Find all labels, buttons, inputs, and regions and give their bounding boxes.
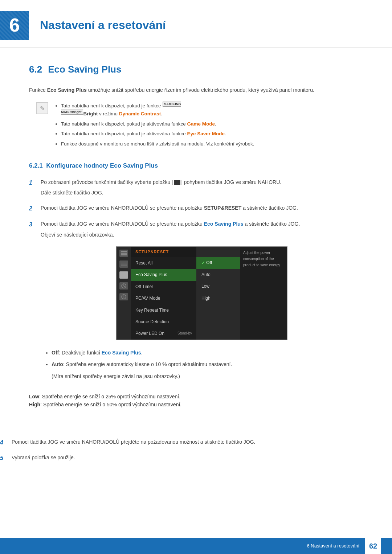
subsection-title: 6.2.1 Konfigurace hodnoty Eco Saving Plu… xyxy=(29,161,363,171)
subsection-number: 6.2.1 xyxy=(29,162,43,169)
sidebar-icon-4 xyxy=(119,282,128,290)
menu-item-eco-saving: Eco Saving Plus xyxy=(131,269,196,280)
footer-text: 6 Nastavení a resetování xyxy=(307,542,359,550)
notes-list: Tato nabídka není k dispozici, pokud je … xyxy=(54,102,254,150)
sidebar-icon-1 xyxy=(119,250,128,257)
svg-point-7 xyxy=(123,274,124,276)
menu-item-source-detection: Source Detection xyxy=(131,316,196,328)
note-icon: ✎ xyxy=(36,102,48,114)
chapter-title: Nastavení a resetování xyxy=(40,16,166,34)
step-5-content: Vybraná položka se použije. xyxy=(12,454,392,462)
submenu-item-auto: Auto xyxy=(196,269,240,280)
menu-container: i SETUP&RESET Reset All Eco Saving Plus … xyxy=(116,246,287,340)
step-2-content: Pomocí tlačítka JOG ve směru NAHORU/DOLŮ… xyxy=(41,204,363,213)
menu-screenshot: i SETUP&RESET Reset All Eco Saving Plus … xyxy=(41,246,363,340)
setup-reset-label: SETUP&RESET xyxy=(204,205,241,211)
option-low-label: Low xyxy=(29,394,39,399)
section-number: 6.2 xyxy=(29,62,42,77)
step-1-sub: Dále stiskněte tlačítko JOG. xyxy=(41,189,363,197)
option-low: Low: Spotřeba energie se sníží o 25% opr… xyxy=(29,393,363,401)
step-3: 3 Pomocí tlačítka JOG ve směru NAHORU/DO… xyxy=(29,220,363,386)
svg-text:i: i xyxy=(123,295,124,299)
submenu-item-off: Off xyxy=(196,257,240,268)
game-mode-label: Game Mode xyxy=(187,121,215,127)
option-off: Off: Deaktivuje funkci Eco Saving Plus. xyxy=(52,349,363,357)
footer-page-number: 62 xyxy=(365,538,381,554)
svg-rect-0 xyxy=(121,251,127,252)
option-high-label: High xyxy=(29,402,40,407)
section-6-2-title: 6.2 Eco Saving Plus xyxy=(29,62,363,77)
option-high: High: Spotřeba energie se sníží o 50% op… xyxy=(29,401,363,409)
menu-item-power-led: Power LED On Stand-by xyxy=(131,328,196,339)
option-auto-sub-item: (Míra snížení spotřeby energie závisí na… xyxy=(52,372,363,380)
sidebar-icon-3 xyxy=(119,271,128,279)
steps-list: 1 Po zobrazení průvodce funkčními tlačít… xyxy=(29,178,363,409)
step-3-number: 3 xyxy=(29,220,36,229)
submenu-item-high: High xyxy=(196,292,240,304)
step-5: 5 Vybraná položka se použije. xyxy=(0,454,392,463)
chapter-number: 6 xyxy=(9,10,20,40)
step-1: 1 Po zobrazení průvodce funkčními tlačít… xyxy=(29,178,363,198)
section-title-text: Eco Saving Plus xyxy=(48,62,121,77)
svg-rect-4 xyxy=(121,264,127,264)
step-4-content: Pomocí tlačítka JOG ve směru NAHORU/DOLŮ… xyxy=(12,438,392,447)
step-5-number: 5 xyxy=(0,454,7,463)
jog-icon xyxy=(174,180,180,185)
power-led-label: Power LED On xyxy=(135,330,164,337)
sidebar-icon-5: i xyxy=(119,293,128,300)
intro-paragraph: Funkce Eco Saving Plus umožňuje snížit s… xyxy=(29,86,363,95)
menu-header-label: SETUP&RESET xyxy=(131,247,196,257)
options-list: Off: Deaktivuje funkci Eco Saving Plus. … xyxy=(41,349,363,380)
menu-item-reset-all: Reset All xyxy=(131,257,196,269)
menu-sidebar: i xyxy=(117,247,131,339)
eco-saving-step3-label: Eco Saving Plus xyxy=(204,221,244,227)
submenu-item-low: Low xyxy=(196,280,240,292)
svg-rect-1 xyxy=(121,253,127,254)
note-item-1: Tato nabídka není k dispozici, pokud je … xyxy=(61,102,254,118)
svg-rect-5 xyxy=(121,265,127,266)
step-1-content: Po zobrazení průvodce funkčními tlačítky… xyxy=(41,178,363,198)
eco-saving-ref-1: Eco Saving Plus xyxy=(102,350,141,356)
page-header: 6 Nastavení a resetování xyxy=(0,0,392,48)
step-3-content: Pomocí tlačítka JOG ve směru NAHORU/DOLŮ… xyxy=(41,220,363,386)
menu-items-list: Reset All Eco Saving Plus Off Timer PC/A… xyxy=(131,257,196,340)
sidebar-icon-2 xyxy=(119,260,128,268)
menu-item-key-repeat: Key Repeat Time xyxy=(131,304,196,316)
stand-by-label: Stand-by xyxy=(177,330,192,337)
page-footer: 6 Nastavení a resetování 62 xyxy=(0,538,392,554)
dynamic-contrast-label: Dynamic Contrast xyxy=(119,111,161,116)
note-item-2: Tato nabídka není k dispozici, pokud je … xyxy=(61,120,254,128)
step-1-text: Po zobrazení průvodce funkčními tlačítky… xyxy=(41,179,281,185)
menu-help-text: Adjust the power consumption of the prod… xyxy=(243,251,280,267)
option-auto: Auto: Spotřeba energie automaticky klesn… xyxy=(52,360,363,368)
eye-saver-label: Eye Saver Mode xyxy=(187,131,225,136)
menu-main: SETUP&RESET Reset All Eco Saving Plus Of… xyxy=(131,247,196,339)
step-4-number: 4 xyxy=(0,438,7,447)
note-item-3: Tato nabídka není k dispozici, pokud je … xyxy=(61,130,254,138)
svg-rect-3 xyxy=(121,263,127,263)
option-auto-label: Auto xyxy=(52,361,63,367)
main-content: 6.2 Eco Saving Plus Funkce Eco Saving Pl… xyxy=(0,62,392,438)
step-2: 2 Pomocí tlačítka JOG ve směru NAHORU/DO… xyxy=(29,204,363,213)
menu-submenu: Off Auto Low High xyxy=(196,247,240,339)
menu-help-panel: Adjust the power consumption of the prod… xyxy=(240,247,287,339)
note-box: ✎ Tato nabídka není k dispozici, pokud j… xyxy=(36,102,363,150)
menu-item-off-timer: Off Timer xyxy=(131,281,196,292)
subsection-title-text: Konfigurace hodnoty Eco Saving Plus xyxy=(46,162,158,169)
menu-item-pcav: PC/AV Mode xyxy=(131,292,196,304)
step-3-sub: Objeví se následující obrazovka. xyxy=(41,231,363,239)
option-off-label: Off xyxy=(52,350,59,356)
note-icon-symbol: ✎ xyxy=(40,104,45,113)
chapter-number-block: 6 xyxy=(0,11,29,40)
step-2-number: 2 xyxy=(29,204,36,213)
note-item-4: Funkce dostupné v monitoru se mohou liši… xyxy=(61,140,254,148)
svg-rect-2 xyxy=(121,254,127,255)
step-1-number: 1 xyxy=(29,178,36,188)
step-4: 4 Pomocí tlačítka JOG ve směru NAHORU/DO… xyxy=(0,438,392,447)
